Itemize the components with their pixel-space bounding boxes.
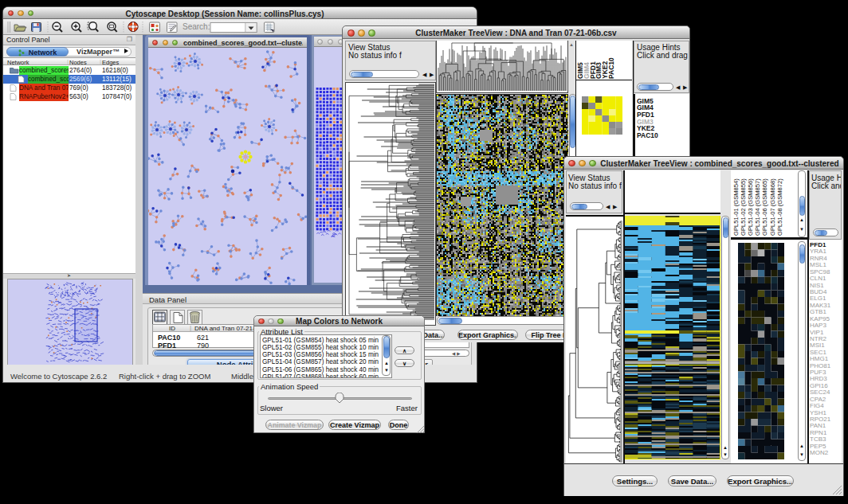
svg-text:GPL51-03 (GSM856): GPL51-03 (GSM856) (747, 178, 754, 236)
svg-text:PAC10: PAC10 (607, 57, 615, 79)
svg-text:GPL51-02 (GSM855): GPL51-02 (GSM855) (740, 178, 747, 236)
svg-text:GPL51-08 (GSM872): GPL51-08 (GSM872) (776, 178, 783, 236)
svg-text:GPL51-01 (GSM854): GPL51-01 (GSM854) (732, 178, 740, 236)
svg-text:GPL51-07 (GSM868): GPL51-07 (GSM868) (769, 178, 776, 236)
svg-text:Search:: Search: (183, 22, 210, 31)
svg-text:GPL51-04 (GSM857): GPL51-04 (GSM857) (754, 178, 761, 236)
svg-text:GPL51-06 (GSM865): GPL51-06 (GSM865) (761, 178, 768, 236)
